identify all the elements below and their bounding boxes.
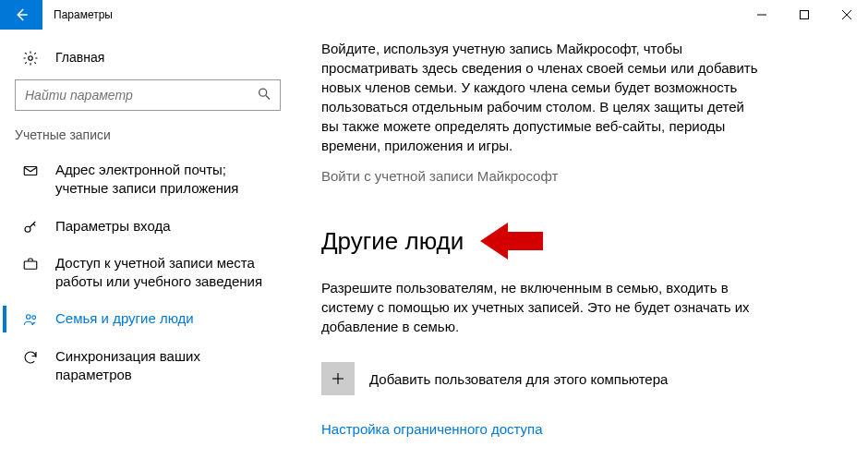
svg-point-4: [29, 56, 33, 61]
back-arrow-icon: [13, 6, 30, 23]
add-user-button[interactable]: Добавить пользователя для этого компьюте…: [321, 362, 813, 395]
search-icon: [257, 87, 271, 104]
sidebar: Главная Учетные записи Адрес электронной…: [0, 30, 295, 471]
minimize-button[interactable]: [741, 0, 783, 30]
other-people-heading: Другие люди: [321, 227, 464, 256]
svg-rect-1: [801, 11, 809, 19]
maximize-icon: [799, 9, 810, 20]
sidebar-item-label: Адрес электронной почты; учетные записи …: [55, 161, 277, 199]
sidebar-section-label: Учетные записи: [0, 127, 295, 151]
svg-point-10: [27, 315, 31, 320]
key-icon: [22, 219, 39, 236]
briefcase-icon: [22, 256, 39, 272]
signin-link[interactable]: Войти с учетной записи Майкрософт: [321, 168, 813, 184]
plus-icon: [321, 362, 355, 395]
window-title: Параметры: [42, 0, 124, 30]
svg-rect-7: [24, 167, 37, 175]
search-box[interactable]: [15, 79, 281, 111]
limited-access-link[interactable]: Настройка ограниченного доступа: [321, 421, 813, 437]
minimize-icon: [756, 9, 767, 20]
sidebar-item-email-accounts[interactable]: Адрес электронной почты; учетные записи …: [0, 151, 295, 208]
mail-icon: [22, 163, 39, 179]
back-button[interactable]: [0, 0, 42, 30]
sidebar-item-sync[interactable]: Синхронизация ваших параметров: [0, 338, 295, 394]
svg-marker-12: [480, 223, 543, 260]
maximize-button[interactable]: [783, 0, 826, 30]
close-icon: [841, 9, 852, 20]
sidebar-item-label: Синхронизация ваших параметров: [55, 347, 277, 385]
sidebar-item-signin-options[interactable]: Параметры входа: [0, 208, 295, 245]
add-user-label: Добавить пользователя для этого компьюте…: [369, 371, 668, 387]
sidebar-item-label: Доступ к учетной записи места работы или…: [55, 254, 277, 292]
svg-point-8: [25, 226, 30, 232]
close-button[interactable]: [826, 0, 868, 30]
svg-point-11: [32, 316, 36, 320]
sidebar-item-work-access[interactable]: Доступ к учетной записи места работы или…: [0, 245, 295, 301]
sidebar-item-label: Семья и другие люди: [55, 309, 277, 328]
sidebar-item-family[interactable]: Семья и другие люди: [0, 300, 295, 337]
svg-point-5: [259, 89, 267, 96]
home-label: Главная: [55, 50, 104, 65]
sidebar-item-label: Параметры входа: [55, 217, 277, 236]
red-arrow-icon: [480, 221, 545, 261]
people-icon: [22, 311, 39, 328]
content-area: Войдите, используя учетную запись Майкро…: [295, 30, 868, 471]
titlebar: Параметры: [0, 0, 868, 30]
home-button[interactable]: Главная: [0, 42, 295, 79]
svg-line-6: [266, 96, 270, 100]
svg-rect-9: [24, 261, 37, 269]
search-input[interactable]: [15, 79, 281, 111]
other-people-desc: Разрешите пользователям, не включенным в…: [321, 278, 765, 336]
sync-icon: [22, 349, 39, 366]
intro-text: Войдите, используя учетную запись Майкро…: [321, 39, 765, 155]
gear-icon: [22, 50, 39, 66]
